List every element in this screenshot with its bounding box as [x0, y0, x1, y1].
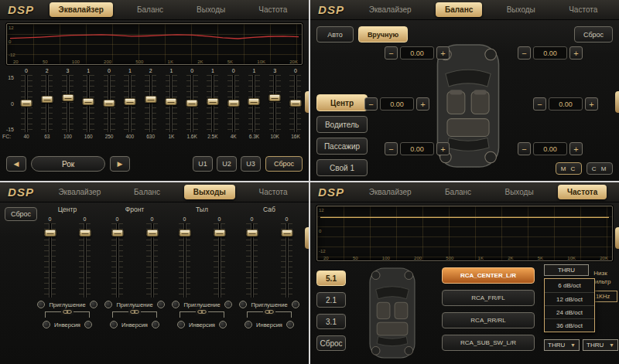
inversion-checkbox-left[interactable] [245, 321, 252, 328]
inversion-checkbox-right[interactable] [286, 321, 294, 328]
chain-link-icon[interactable] [263, 308, 275, 315]
inversion-checkbox-right[interactable] [219, 321, 227, 328]
level-slider[interactable] [246, 223, 258, 298]
minus-button[interactable]: − [518, 142, 531, 155]
band-slider[interactable] [269, 75, 281, 132]
slider-thumb[interactable] [145, 96, 156, 103]
mute-checkbox-right[interactable] [90, 301, 97, 308]
rca-channel-button[interactable]: RCA_SUB_SW_L/R [442, 335, 535, 351]
listening-position-button[interactable]: Пассажир [316, 138, 368, 155]
sub-filter-select-2[interactable]: THRU ▼ [583, 339, 618, 351]
side-scroll-handle[interactable] [305, 91, 309, 113]
frequency-reset-button[interactable]: Сброс [316, 335, 346, 351]
tab-frequency[interactable]: Частота [249, 2, 296, 17]
slider-thumb[interactable] [83, 98, 94, 105]
rca-channel-button[interactable]: RCA_FR/FL [442, 290, 535, 306]
tab-equalizer[interactable]: Эквалайзер [50, 2, 113, 17]
level-slider[interactable] [146, 223, 158, 298]
listening-position-button[interactable]: Центр [316, 94, 368, 111]
minus-button[interactable]: − [385, 46, 398, 60]
tab-equalizer[interactable]: Эквалайзер [360, 185, 421, 199]
slider-thumb[interactable] [248, 98, 260, 105]
rca-channel-button[interactable]: RCA_CENTER_L/R [442, 267, 535, 284]
memory-preset-button[interactable]: U3 [241, 156, 261, 172]
inversion-checkbox-right[interactable] [152, 321, 159, 328]
tab-balance[interactable]: Баланс [436, 2, 482, 17]
band-slider[interactable] [248, 75, 260, 132]
level-slider[interactable] [179, 223, 190, 298]
memory-preset-button[interactable]: U2 [217, 156, 237, 172]
tab-outputs[interactable]: Выходы [496, 185, 543, 199]
speaker-mode-button[interactable]: 5.1 [316, 270, 346, 286]
memory-preset-button[interactable]: U1 [193, 156, 213, 172]
level-slider[interactable] [111, 223, 123, 298]
side-scroll-handle[interactable] [615, 91, 619, 113]
plus-button[interactable]: + [569, 142, 583, 155]
band-slider[interactable] [21, 75, 32, 132]
slope-option[interactable]: 6 dB/oct [545, 279, 594, 292]
band-slider[interactable] [166, 75, 177, 132]
slider-thumb[interactable] [166, 98, 177, 105]
slider-thumb[interactable] [21, 100, 32, 107]
listening-position-button[interactable]: Свой 1 [316, 159, 368, 176]
mute-checkbox-right[interactable] [292, 301, 299, 308]
balance-reset-button[interactable]: Сброс [574, 26, 613, 43]
tab-equalizer[interactable]: Эквалайзер [49, 185, 110, 199]
band-slider[interactable] [104, 75, 115, 132]
inversion-checkbox-left[interactable] [43, 321, 50, 328]
level-slider[interactable] [214, 223, 225, 298]
chain-link-icon[interactable] [61, 308, 74, 315]
slider-thumb[interactable] [179, 230, 190, 236]
band-slider[interactable] [124, 75, 135, 132]
minus-button[interactable]: − [364, 97, 378, 111]
side-scroll-handle[interactable] [615, 227, 619, 249]
level-slider[interactable] [44, 223, 56, 298]
slider-thumb[interactable] [104, 100, 115, 107]
preset-prev-button[interactable]: ◀ [6, 156, 26, 172]
slider-thumb[interactable] [79, 230, 91, 236]
cm-mode-button[interactable]: C M [587, 162, 613, 175]
side-scroll-handle[interactable] [305, 227, 309, 249]
inversion-checkbox-left[interactable] [110, 321, 118, 328]
plus-button[interactable]: + [436, 142, 450, 155]
slider-thumb[interactable] [146, 230, 158, 236]
slider-thumb[interactable] [124, 98, 135, 105]
tab-balance[interactable]: Баланс [128, 2, 173, 17]
level-slider[interactable] [281, 223, 292, 298]
manual-mode-button[interactable]: Вручную [358, 26, 408, 43]
sub-filter-select-1[interactable]: THRU ▼ [544, 339, 580, 351]
band-slider[interactable] [145, 75, 156, 132]
plus-button[interactable]: + [585, 97, 598, 111]
band-slider[interactable] [83, 75, 94, 132]
rca-channel-button[interactable]: RCA_RR/RL [442, 312, 535, 328]
slider-thumb[interactable] [281, 230, 292, 236]
band-slider[interactable] [186, 75, 198, 132]
chain-link-icon[interactable] [128, 308, 141, 315]
band-slider[interactable] [41, 75, 53, 132]
mute-checkbox-right[interactable] [157, 301, 165, 308]
band-slider[interactable] [289, 75, 301, 132]
slider-thumb[interactable] [289, 100, 301, 107]
preset-name[interactable]: Рок [31, 156, 105, 172]
inversion-checkbox-left[interactable] [177, 321, 185, 328]
tab-outputs[interactable]: Выходы [184, 185, 235, 199]
slope-option[interactable]: 24 dB/oct [545, 305, 594, 318]
preset-next-button[interactable]: ▶ [110, 156, 130, 172]
slider-thumb[interactable] [269, 94, 281, 101]
mute-checkbox-left[interactable] [37, 301, 45, 308]
minus-button[interactable]: − [533, 97, 546, 111]
slope-option[interactable]: 36 dB/oct [545, 318, 594, 332]
band-slider[interactable] [62, 75, 74, 132]
plus-button[interactable]: + [416, 97, 429, 111]
slider-thumb[interactable] [246, 230, 258, 236]
slope-selected-value[interactable]: THRU [544, 264, 589, 276]
tab-frequency[interactable]: Частота [558, 185, 607, 199]
minus-button[interactable]: − [385, 142, 398, 155]
speaker-mode-button[interactable]: 3.1 [316, 314, 346, 329]
tab-outputs[interactable]: Выходы [498, 2, 545, 17]
band-slider[interactable] [227, 75, 239, 132]
tab-frequency[interactable]: Частота [250, 185, 297, 199]
tab-balance[interactable]: Баланс [125, 185, 169, 199]
slider-thumb[interactable] [214, 230, 225, 236]
slope-option[interactable]: 12 dB/oct [545, 292, 594, 305]
